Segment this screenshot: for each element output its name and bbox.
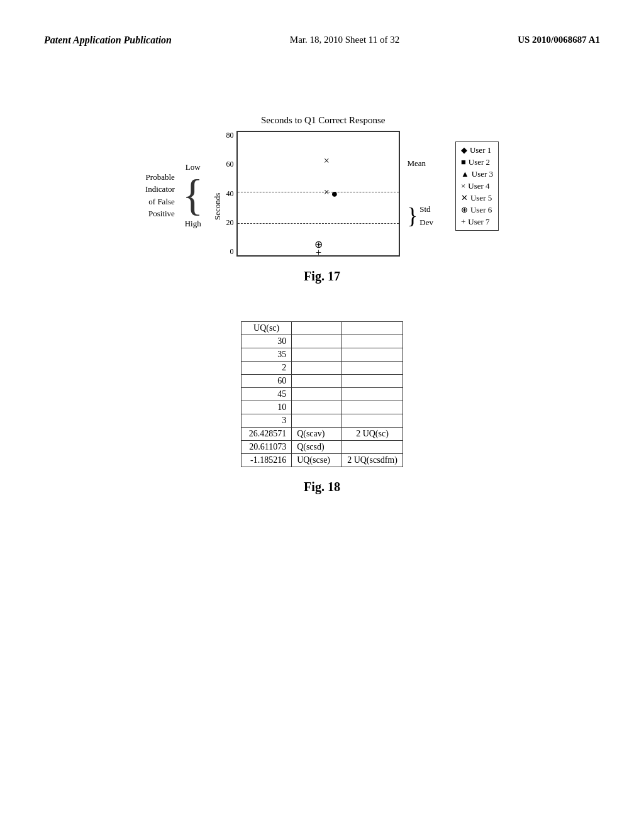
row1-col3 — [342, 335, 403, 348]
chart-plot: × × ● ⊕ + — [236, 131, 400, 257]
y-ticks: 80 60 40 20 0 — [226, 131, 233, 257]
row2-col1: 35 — [242, 348, 292, 362]
left-label-text: Probable Indicator of False Positive — [145, 171, 175, 220]
chart-title: Seconds to Q1 Correct Response — [261, 115, 385, 126]
page: Patent Application Publication Mar. 18, … — [0, 0, 644, 830]
y-tick-20: 20 — [226, 218, 233, 228]
legend-label-user1: User 1 — [470, 145, 491, 155]
y-tick-80: 80 — [226, 131, 233, 140]
table-row: 30 — [242, 335, 403, 348]
table-row: 26.428571 Q(scav) 2 UQ(sc) — [242, 428, 403, 441]
figure-17: Probable Indicator of False Positive Low… — [44, 115, 600, 257]
marker-dot-mean: ● — [331, 187, 338, 201]
legend-label-user4: User 4 — [468, 181, 489, 191]
marker-plus: + — [316, 247, 321, 258]
row9-col2: Q(scsd) — [292, 441, 342, 454]
legend-user4: × User 4 — [461, 181, 493, 191]
row10-col1: -1.185216 — [242, 454, 292, 467]
row9-col3 — [342, 441, 403, 454]
col1-header: UQ(sc) — [242, 322, 292, 335]
row3-col1: 2 — [242, 362, 292, 375]
legend-icon-user5: ✕ — [461, 193, 468, 203]
col2-header — [292, 322, 342, 335]
legend-icon-user4: × — [461, 181, 465, 191]
publication-number: US 2010/0068687 A1 — [518, 35, 600, 45]
legend-icon-user2: ■ — [461, 157, 466, 167]
fig17-caption: Fig. 17 — [44, 269, 600, 284]
row4-col3 — [342, 375, 403, 388]
table-row: -1.185216 UQ(scse) 2 UQ(scsdfm) — [242, 454, 403, 467]
row10-col3: 2 UQ(scsdfm) — [342, 454, 403, 467]
marker-x-40: × — [324, 187, 330, 198]
row2-col2 — [292, 348, 342, 362]
legend-user5: ✕ User 5 — [461, 193, 493, 203]
dashed-line-40 — [238, 192, 399, 192]
legend-icon-user7: + — [461, 217, 465, 227]
chart-wrapper: Probable Indicator of False Positive Low… — [145, 115, 499, 257]
row5-col2 — [292, 388, 342, 401]
legend-icon-user6: ⊕ — [461, 205, 468, 215]
row3-col2 — [292, 362, 342, 375]
row6-col2 — [292, 401, 342, 414]
row7-col3 — [342, 414, 403, 428]
row6-col1: 10 — [242, 401, 292, 414]
col3-header — [342, 322, 403, 335]
row4-col1: 60 — [242, 375, 292, 388]
y-axis-label: Seconds — [213, 156, 223, 257]
right-annotations: Mean } Std Dev — [407, 131, 433, 257]
legend-user2: ■ User 2 — [461, 157, 493, 167]
legend-label-user3: User 3 — [472, 169, 493, 179]
chart-inner: Seconds 80 60 40 20 0 — [213, 131, 433, 257]
row7-col1: 3 — [242, 414, 292, 428]
legend-user3: ▲ User 3 — [461, 169, 493, 179]
row7-col2 — [292, 414, 342, 428]
row4-col2 — [292, 375, 342, 388]
legend-label-user2: User 2 — [469, 157, 490, 167]
legend-icon-user3: ▲ — [461, 169, 469, 179]
legend-user6: ⊕ User 6 — [461, 205, 493, 215]
y-tick-40: 40 — [226, 189, 233, 199]
row1-col1: 30 — [242, 335, 292, 348]
left-brace: { — [182, 174, 204, 218]
marker-x-60: × — [324, 155, 330, 167]
chart-area: Seconds to Q1 Correct Response Seconds 8… — [213, 115, 433, 257]
y-tick-0: 0 — [230, 247, 233, 257]
publication-title: Patent Application Publication — [44, 35, 172, 46]
chart-legend: ◆ User 1 ■ User 2 ▲ User 3 × User 4 — [455, 141, 499, 231]
row5-col3 — [342, 388, 403, 401]
page-content: Probable Indicator of False Positive Low… — [0, 58, 644, 545]
fig18-caption: Fig. 18 — [44, 480, 600, 494]
table-row: 60 — [242, 375, 403, 388]
row8-col2: Q(scav) — [292, 428, 342, 441]
row6-col3 — [342, 401, 403, 414]
legend-label-user5: User 5 — [470, 193, 492, 203]
legend-user1: ◆ User 1 — [461, 145, 493, 155]
table-row: 3 — [242, 414, 403, 428]
publication-date-sheet: Mar. 18, 2010 Sheet 11 of 32 — [290, 35, 399, 45]
table-row: 20.611073 Q(scsd) — [242, 441, 403, 454]
row1-col2 — [292, 335, 342, 348]
data-table: UQ(sc) 30 35 2 — [241, 321, 403, 467]
std-labels: Std Dev — [419, 203, 433, 230]
table-row: 2 — [242, 362, 403, 375]
legend-icon-user1: ◆ — [461, 145, 467, 155]
table-header-row: UQ(sc) — [242, 322, 403, 335]
table-row: 10 — [242, 401, 403, 414]
row2-col3 — [342, 348, 403, 362]
y-tick-60: 60 — [226, 160, 233, 169]
table-row: 35 — [242, 348, 403, 362]
legend-label-user7: User 7 — [468, 217, 489, 227]
row8-col1: 26.428571 — [242, 428, 292, 441]
row9-col1: 20.611073 — [242, 441, 292, 454]
legend-label-user6: User 6 — [470, 205, 492, 215]
row5-col1: 45 — [242, 388, 292, 401]
row3-col3 — [342, 362, 403, 375]
legend-user7: + User 7 — [461, 217, 493, 227]
dashed-line-20 — [238, 223, 399, 224]
row10-col2: UQ(scse) — [292, 454, 342, 467]
figure-18: UQ(sc) 30 35 2 — [44, 321, 600, 467]
table-row: 45 — [242, 388, 403, 401]
row8-col3: 2 UQ(sc) — [342, 428, 403, 441]
std-dev-area: } Std Dev — [407, 203, 433, 230]
mean-label: Mean — [407, 158, 433, 169]
